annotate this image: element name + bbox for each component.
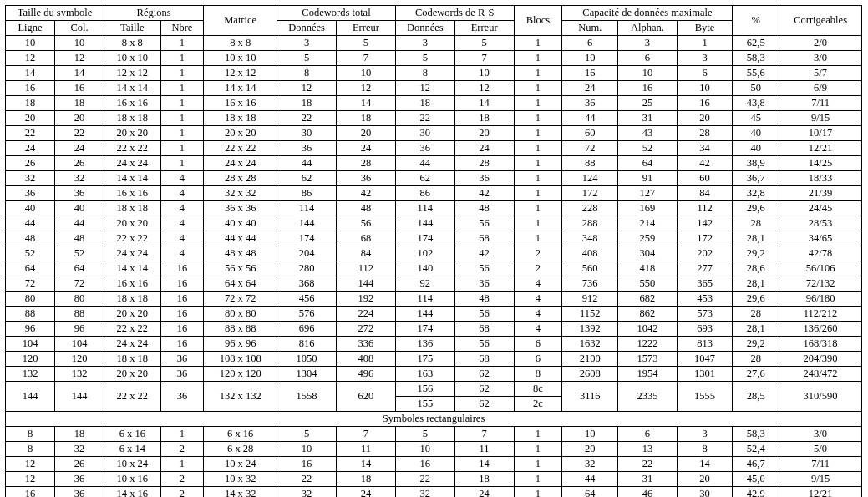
cell-cwt-e: 272 <box>337 322 396 337</box>
cell-matrice: 56 x 56 <box>204 261 277 276</box>
cell-pct: 28,6 <box>733 261 779 276</box>
cell-col: 72 <box>55 276 104 292</box>
table-body-144: 144 144 22 x 22 36 132 x 132 1558 620 15… <box>6 382 862 412</box>
cell-num: 32 <box>562 457 618 472</box>
table-header: Taille du symbole Régions Matrice Codewo… <box>6 6 862 36</box>
hdr-alphan: Alphan. <box>617 21 677 36</box>
cell-alph: 682 <box>617 292 677 307</box>
cell-cwt-e: 24 <box>337 141 396 156</box>
cell-matrice: 22 x 22 <box>204 141 277 156</box>
cell-col: 36 <box>55 472 104 487</box>
cell-matrice: 10 x 10 <box>204 51 277 66</box>
cell-alph: 64 <box>617 156 677 171</box>
cell-cwr-d: 163 <box>395 367 454 382</box>
cell-cwt-d: 5 <box>277 51 337 66</box>
cell-corr: 5/0 <box>779 442 862 457</box>
cell-cwr-e: 42 <box>454 186 514 201</box>
cell-blocs: 1 <box>514 487 562 498</box>
cell-rnbre: 1 <box>160 156 204 171</box>
cell-pct: 58,3 <box>733 51 779 66</box>
cell-blocs: 2c <box>514 397 562 412</box>
datamatrix-spec-table: Taille du symbole Régions Matrice Codewo… <box>5 5 862 497</box>
cell-num: 44 <box>562 472 618 487</box>
cell-col: 20 <box>55 111 104 126</box>
cell-ligne: 12 <box>6 51 55 66</box>
hdr-taille: Taille <box>104 21 161 36</box>
cell-matrice: 14 x 14 <box>204 81 277 96</box>
cell-col: 88 <box>55 307 104 322</box>
cell-corr: 3/0 <box>779 427 862 442</box>
cell-cwt-e: 18 <box>337 472 396 487</box>
cell-cwt-d: 1050 <box>277 352 337 367</box>
cell-cwr-d: 44 <box>395 156 454 171</box>
cell-ligne: 44 <box>6 216 55 231</box>
cell-cwt-d: 8 <box>277 66 337 81</box>
cell-rnbre: 16 <box>160 307 204 322</box>
cell-rtaille: 22 x 22 <box>104 322 161 337</box>
cell-rnbre: 1 <box>160 36 204 51</box>
cell-byte: 10 <box>677 81 733 96</box>
cell-matrice: 24 x 24 <box>204 156 277 171</box>
rect-section-title: Symboles rectangulaires <box>6 412 862 427</box>
cell-cwr-e: 11 <box>454 442 514 457</box>
cell-cwr-e: 68 <box>454 231 514 246</box>
cell-num: 3116 <box>562 382 618 412</box>
cell-cwt-e: 68 <box>337 231 396 246</box>
cell-col: 26 <box>55 156 104 171</box>
cell-corr: 204/390 <box>779 352 862 367</box>
cell-pct: 32,8 <box>733 186 779 201</box>
cell-ligne: 88 <box>6 307 55 322</box>
cell-pct: 38,9 <box>733 156 779 171</box>
cell-alph: 16 <box>617 81 677 96</box>
cell-col: 120 <box>55 352 104 367</box>
cell-corr: 168/318 <box>779 337 862 352</box>
table-row: 262624 x 24124 x 2444284428188644238,914… <box>6 156 862 171</box>
cell-col: 48 <box>55 231 104 246</box>
cell-pct: 27,6 <box>733 367 779 382</box>
cell-cwr-e: 18 <box>454 472 514 487</box>
cell-rtaille: 22 x 22 <box>104 231 161 246</box>
cell-cwt-e: 192 <box>337 292 396 307</box>
cell-num: 2100 <box>562 352 618 367</box>
cell-cwr-e: 48 <box>454 292 514 307</box>
cell-rtaille: 18 x 18 <box>104 111 161 126</box>
cell-byte: 3 <box>677 51 733 66</box>
cell-byte: 1047 <box>677 352 733 367</box>
cell-col: 144 <box>55 382 104 412</box>
cell-cwt-e: 5 <box>337 36 396 51</box>
cell-corr: 24/45 <box>779 201 862 216</box>
cell-rnbre: 4 <box>160 216 204 231</box>
hdr-nbre: Nbre <box>160 21 204 36</box>
cell-corr: 21/39 <box>779 186 862 201</box>
cell-blocs: 1 <box>514 51 562 66</box>
hdr-cwr-donnees: Données <box>395 21 454 36</box>
cell-rtaille: 22 x 22 <box>104 141 161 156</box>
cell-pct: 29,6 <box>733 292 779 307</box>
cell-cwt-e: 28 <box>337 156 396 171</box>
cell-cwr-d: 114 <box>395 292 454 307</box>
cell-byte: 28 <box>677 126 733 141</box>
cell-rtaille: 18 x 18 <box>104 352 161 367</box>
cell-cwt-e: 84 <box>337 246 396 261</box>
cell-ligne: 80 <box>6 292 55 307</box>
cell-ligne: 144 <box>6 382 55 412</box>
cell-cwt-e: 144 <box>337 276 396 292</box>
cell-cwt-d: 368 <box>277 276 337 292</box>
cell-matrice: 6 x 16 <box>204 427 277 442</box>
cell-byte: 365 <box>677 276 733 292</box>
cell-alph: 304 <box>617 246 677 261</box>
cell-blocs: 1 <box>514 216 562 231</box>
cell-cwt-e: 42 <box>337 186 396 201</box>
cell-byte: 693 <box>677 322 733 337</box>
cell-alph: 22 <box>617 457 677 472</box>
cell-rnbre: 36 <box>160 367 204 382</box>
cell-cwt-e: 48 <box>337 201 396 216</box>
hdr-matrice: Matrice <box>204 6 277 36</box>
cell-cwr-d: 18 <box>395 96 454 111</box>
cell-pct: 46,7 <box>733 457 779 472</box>
cell-corr: 248/472 <box>779 367 862 382</box>
cell-cwr-d: 174 <box>395 322 454 337</box>
cell-byte: 30 <box>677 487 733 498</box>
cell-byte: 573 <box>677 307 733 322</box>
cell-byte: 6 <box>677 66 733 81</box>
